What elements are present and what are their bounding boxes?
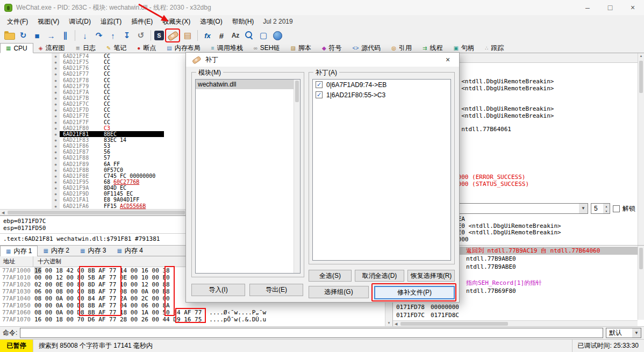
menu-options[interactable]: 选项(O) — [195, 16, 227, 28]
breakpoint-dot[interactable]: ● — [52, 137, 60, 143]
run-to-user-code-icon[interactable]: ↧ — [120, 29, 133, 42]
deselect-all-button[interactable]: 取消全选(D) — [355, 270, 404, 282]
maximize-button[interactable]: □ — [599, 0, 621, 15]
memory-row[interactable]: 77AF107016 00 18 00 70 D6 AF 77 28 00 26… — [0, 316, 392, 323]
breakpoint-dot[interactable]: ● — [52, 131, 60, 137]
breakpoint-dot[interactable]: ● — [52, 59, 60, 65]
breakpoint-dot[interactable]: ● — [52, 125, 60, 131]
menu-favourites[interactable]: 收藏夹(X) — [158, 16, 195, 28]
breakpoint-dot[interactable]: ● — [52, 101, 60, 107]
tab-memory-map[interactable]: ▤内存布局 — [161, 43, 205, 53]
text-search-icon[interactable]: Az — [229, 29, 242, 42]
stack-vscroll-thumb[interactable] — [639, 248, 643, 269]
command-profile-select[interactable]: 默认 ▼ — [606, 328, 641, 338]
import-button[interactable]: 导入(I) — [191, 284, 245, 296]
patch-checkbox[interactable]: ✓ — [316, 91, 323, 98]
scylla-icon[interactable]: S — [154, 31, 164, 40]
stack-hscroll-thumb[interactable] — [400, 322, 508, 326]
tab-seh-chain[interactable]: ∞SEH链 — [248, 43, 285, 53]
scroll-up-icon[interactable]: ▲ — [638, 53, 644, 59]
tab-threads[interactable]: ⇉线程 — [417, 43, 448, 53]
stack-hscrollbar[interactable]: ◀ — [393, 320, 638, 326]
breakpoint-dot[interactable]: ● — [52, 65, 60, 71]
breakpoint-dot[interactable]: ● — [52, 89, 60, 95]
breakpoint-dot[interactable]: ● — [52, 197, 60, 203]
select-all-button[interactable]: 全选(S) — [309, 270, 352, 282]
breakpoint-dot[interactable]: ● — [52, 155, 60, 161]
module-list-scroll-thumb[interactable] — [295, 81, 299, 102]
search-icon[interactable] — [243, 29, 256, 42]
spin-down-icon[interactable]: ▼ — [605, 210, 608, 213]
tab-handles[interactable]: ▣句柄 — [448, 43, 479, 53]
restore-selection-button[interactable]: 恢复选择项(R) — [407, 270, 455, 282]
tab-graph[interactable]: ◈流程图 — [33, 43, 70, 53]
chevron-down-icon[interactable]: ▼ — [579, 204, 588, 213]
memory-row[interactable]: 77AF106008 00 0A 00 D8 8B AF 77 18 00 1A… — [0, 309, 392, 316]
tab-notes[interactable]: ✎笔记 — [101, 43, 132, 53]
module-item[interactable]: wechatwin.dll — [196, 80, 294, 89]
breakpoint-dot[interactable]: ● — [52, 167, 60, 173]
string-references-icon[interactable]: # — [215, 29, 228, 42]
argument-count-stepper[interactable]: 5 ▲▼ — [591, 203, 610, 214]
menu-help[interactable]: 帮助(H) — [227, 16, 259, 28]
menu-debug[interactable]: 调试(D) — [64, 16, 96, 28]
module-list-scrollbar[interactable] — [294, 80, 300, 273]
step-over-icon[interactable]: ↷ — [92, 29, 105, 42]
select-group-button[interactable]: 选择组(G) — [309, 286, 369, 298]
pause-icon[interactable]: ∥ — [59, 29, 71, 42]
stop-icon[interactable]: ■ — [31, 29, 44, 42]
chevron-down-icon[interactable]: ▼ — [632, 328, 641, 337]
patch-list[interactable]: ✓0|6A7F1AD9:74->EB✓1|6AD21F80:55->C3 — [312, 79, 451, 261]
breakpoint-dot[interactable]: ● — [52, 173, 60, 179]
breakpoint-dot[interactable]: ● — [52, 161, 60, 167]
breakpoint-dot[interactable]: ● — [52, 53, 60, 59]
menu-plugins[interactable]: 插件(E) — [126, 16, 158, 28]
stack-vscrollbar[interactable] — [638, 246, 644, 320]
execute-till-return-icon[interactable]: ↑ — [106, 29, 119, 42]
patch-item[interactable]: ✓0|6A7F1AD9:74->EB — [313, 80, 444, 90]
tab-memory-1[interactable]: ▦内存 1 — [0, 246, 38, 257]
tab-call-stack[interactable]: ≡调用堆栈 — [206, 43, 248, 53]
patch-file-button[interactable]: 修补文件(P) — [374, 286, 455, 299]
tab-cpu[interactable]: ▦CPU — [0, 43, 33, 53]
breakpoint-dot[interactable]: ● — [52, 113, 60, 119]
module-list[interactable]: wechatwin.dll — [195, 79, 300, 274]
assemble-function-icon[interactable]: fx — [201, 29, 214, 42]
close-button[interactable]: × — [621, 0, 644, 15]
step-back-icon[interactable]: ↺ — [134, 29, 147, 42]
memory-row[interactable]: 77AF105000 00 0A 00 D8 8B AF 77 04 00 06… — [0, 302, 392, 309]
tab-source[interactable]: <>源代码 — [347, 43, 387, 53]
menu-trace[interactable]: 追踪(T) — [96, 16, 126, 28]
tab-script[interactable]: ▨脚本 — [285, 43, 316, 53]
internet-icon[interactable] — [271, 29, 284, 42]
tab-breakpoints[interactable]: ●断点 — [132, 43, 161, 53]
tab-trace[interactable]: ∴跟踪 — [480, 43, 509, 53]
menu-file[interactable]: 文件(F) — [2, 16, 33, 28]
step-into-icon[interactable]: ↓ — [78, 29, 91, 42]
stack-row[interactable]: 0171FD7800000000 — [393, 303, 638, 311]
breakpoint-dot[interactable]: ● — [52, 191, 60, 197]
dialog-close-icon[interactable]: × — [437, 53, 459, 67]
breakpoint-dot[interactable]: ● — [52, 83, 60, 89]
minimize-button[interactable]: – — [576, 0, 599, 15]
scroll-down-icon[interactable]: ▼ — [385, 320, 392, 326]
registers-vscrollbar[interactable]: ▲ — [638, 53, 644, 245]
spin-up-icon[interactable]: ▲ — [605, 205, 608, 208]
window-layout-icon[interactable]: ▢ — [257, 29, 270, 42]
registers-vscroll-thumb[interactable] — [639, 61, 643, 93]
menu-view[interactable]: 视图(V) — [33, 16, 64, 28]
tab-references[interactable]: ◎引用 — [386, 43, 417, 53]
breakpoint-dot[interactable]: ● — [52, 203, 60, 209]
tab-memory-4[interactable]: ▦内存 4 — [111, 246, 148, 256]
breakpoint-dot[interactable]: ● — [52, 95, 60, 101]
unlock-checkbox[interactable] — [613, 205, 620, 212]
patch-checkbox[interactable]: ✓ — [316, 81, 323, 88]
breakpoint-dot[interactable]: ● — [52, 179, 60, 185]
tab-log[interactable]: ≣日志 — [70, 43, 101, 53]
memory-map-icon[interactable]: ▤ — [181, 29, 194, 42]
breakpoint-dot[interactable]: ● — [52, 71, 60, 77]
restart-icon[interactable]: ↻ — [17, 29, 30, 42]
breakpoint-dot[interactable]: ● — [52, 185, 60, 191]
stack-row[interactable]: 0171FD7C0171FD8C — [393, 311, 638, 319]
scroll-left-icon[interactable]: ◀ — [0, 210, 6, 215]
